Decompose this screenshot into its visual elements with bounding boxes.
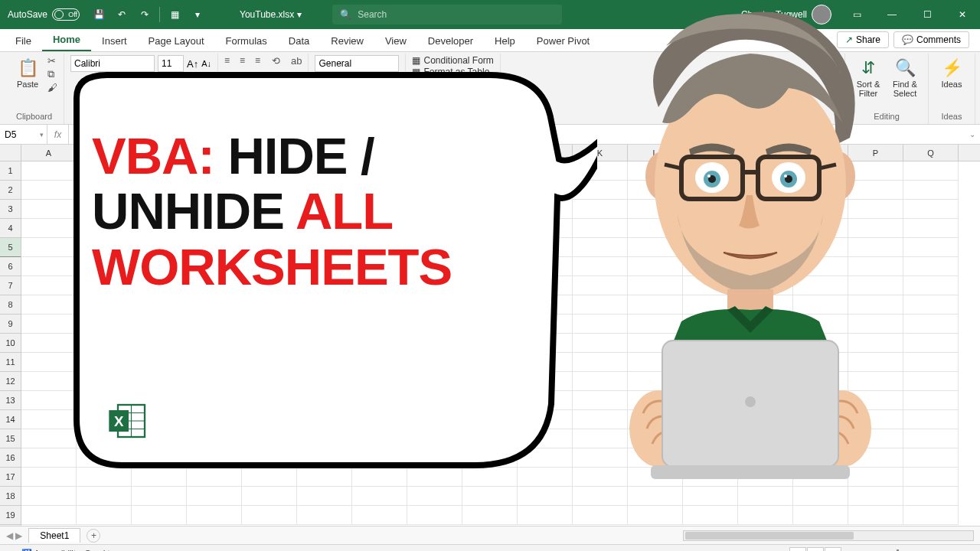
cell[interactable] (132, 161, 187, 181)
cell[interactable] (462, 353, 518, 372)
cell[interactable] (518, 161, 573, 181)
cell[interactable] (793, 161, 848, 181)
cell[interactable] (132, 506, 187, 525)
cell[interactable] (683, 353, 738, 372)
cell[interactable] (21, 353, 77, 372)
name-box[interactable]: D5 (0, 125, 47, 144)
column-header[interactable]: K (573, 145, 628, 161)
cell[interactable] (352, 410, 407, 429)
row-header[interactable]: 14 (0, 410, 21, 429)
cell[interactable] (793, 353, 848, 372)
cell[interactable] (352, 257, 407, 276)
cell[interactable] (297, 295, 352, 315)
cell[interactable] (573, 161, 628, 181)
cell[interactable] (628, 276, 683, 295)
cell[interactable] (242, 429, 297, 448)
quick-print-icon[interactable]: ▦ (165, 5, 184, 24)
account-button[interactable]: Chester Tugwell (733, 5, 839, 24)
cell[interactable] (407, 238, 462, 257)
cell[interactable] (352, 181, 407, 200)
formula-input[interactable] (69, 125, 965, 144)
cell[interactable] (628, 448, 683, 468)
column-header[interactable]: B (77, 145, 132, 161)
tab-formulas[interactable]: Formulas (215, 31, 278, 51)
spreadsheet-grid[interactable]: 12345678910111213141516171819 ABCDEFGHIJ… (0, 145, 980, 526)
cell[interactable] (187, 257, 242, 276)
cell[interactable] (903, 219, 959, 238)
cell[interactable] (407, 410, 462, 429)
cell[interactable] (573, 238, 628, 257)
cell[interactable] (518, 295, 573, 315)
cell[interactable] (848, 276, 903, 295)
cell[interactable] (187, 219, 242, 238)
column-header[interactable]: A (21, 145, 77, 161)
column-header[interactable]: O (793, 145, 848, 161)
cell[interactable] (21, 161, 77, 181)
cell[interactable] (848, 487, 903, 506)
autosave-switch[interactable]: Off (52, 8, 80, 21)
cell[interactable] (21, 487, 77, 506)
cell[interactable] (77, 372, 132, 391)
row-header[interactable]: 8 (0, 295, 21, 315)
wrap-text-icon[interactable]: ab (291, 55, 302, 67)
row-header[interactable]: 19 (0, 506, 21, 525)
column-header[interactable]: Q (903, 145, 959, 161)
cell[interactable] (738, 506, 793, 525)
cell[interactable] (462, 257, 518, 276)
cell[interactable] (132, 295, 187, 315)
cell[interactable] (77, 257, 132, 276)
cell[interactable] (628, 429, 683, 448)
cell[interactable] (462, 295, 518, 315)
cell[interactable] (848, 334, 903, 353)
cell[interactable] (352, 468, 407, 487)
cell[interactable] (628, 334, 683, 353)
cell[interactable] (187, 448, 242, 468)
cell[interactable] (848, 161, 903, 181)
cell[interactable] (77, 238, 132, 257)
copy-icon[interactable]: ⧉ (47, 68, 57, 80)
share-button[interactable]: ↗Share (837, 31, 889, 48)
cell[interactable] (518, 276, 573, 295)
column-header[interactable]: H (407, 145, 462, 161)
cell[interactable] (187, 334, 242, 353)
cell[interactable] (462, 276, 518, 295)
cell[interactable] (242, 353, 297, 372)
tab-power-pivot[interactable]: Power Pivot (526, 31, 600, 51)
cell[interactable] (848, 372, 903, 391)
tab-developer[interactable]: Developer (417, 31, 484, 51)
increase-font-icon[interactable]: A↑ (187, 58, 198, 70)
cell[interactable] (573, 219, 628, 238)
row-header[interactable]: 1 (0, 161, 21, 181)
column-header[interactable]: E (242, 145, 297, 161)
cell[interactable] (462, 334, 518, 353)
cell[interactable] (628, 315, 683, 334)
row-header[interactable]: 18 (0, 487, 21, 506)
cell[interactable] (242, 219, 297, 238)
cell[interactable] (77, 315, 132, 334)
cell[interactable] (518, 238, 573, 257)
cell[interactable] (77, 487, 132, 506)
cell[interactable] (518, 257, 573, 276)
cell[interactable] (407, 295, 462, 315)
cell[interactable] (683, 334, 738, 353)
cell[interactable] (903, 315, 959, 334)
cell[interactable] (738, 487, 793, 506)
cell[interactable] (462, 200, 518, 219)
cell[interactable] (848, 429, 903, 448)
align-top-icon[interactable]: ≡ (224, 55, 238, 66)
cell[interactable] (187, 487, 242, 506)
cell[interactable] (462, 429, 518, 448)
cell[interactable] (462, 219, 518, 238)
tab-review[interactable]: Review (320, 31, 374, 51)
cell[interactable] (242, 468, 297, 487)
select-all-corner[interactable] (0, 145, 21, 161)
cell[interactable] (407, 468, 462, 487)
cell[interactable] (77, 219, 132, 238)
cell[interactable] (628, 372, 683, 391)
cell[interactable] (518, 334, 573, 353)
cell[interactable] (738, 372, 793, 391)
cell[interactable] (793, 391, 848, 410)
cell[interactable] (738, 295, 793, 315)
cell[interactable] (738, 238, 793, 257)
cell[interactable] (297, 429, 352, 448)
